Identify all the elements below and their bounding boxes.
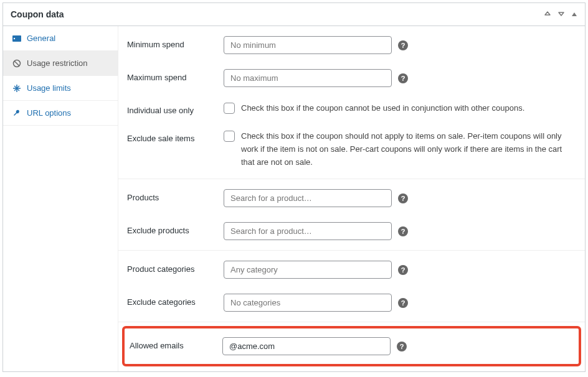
sidebar-item-usage-limits[interactable]: Usage limits bbox=[3, 76, 118, 101]
product-categories-label: Product categories bbox=[127, 261, 224, 274]
exclude-categories-label: Exclude categories bbox=[127, 294, 224, 307]
svg-point-1 bbox=[14, 37, 15, 39]
sidebar-item-url-options[interactable]: URL options bbox=[3, 101, 118, 126]
products-input[interactable] bbox=[224, 189, 392, 207]
coupon-data-panel: Coupon data General bbox=[2, 2, 586, 372]
allowed-emails-highlight: Allowed emails ? bbox=[122, 326, 581, 366]
field-row-exclude-categories: Exclude categories ? bbox=[118, 286, 585, 319]
max-spend-input[interactable] bbox=[224, 69, 392, 87]
individual-use-desc: Check this box if the coupon cannot be u… bbox=[241, 102, 524, 115]
move-up-icon[interactable] bbox=[544, 10, 551, 19]
field-row-products: Products ? bbox=[118, 182, 585, 215]
help-icon[interactable]: ? bbox=[398, 40, 408, 50]
product-categories-input[interactable] bbox=[224, 261, 392, 279]
individual-use-checkbox[interactable] bbox=[224, 103, 235, 114]
sidebar-item-label: URL options bbox=[27, 108, 71, 118]
exclude-sale-checkbox[interactable] bbox=[224, 131, 235, 142]
panel-header: Coupon data bbox=[3, 3, 585, 26]
limits-icon bbox=[12, 84, 22, 93]
exclude-sale-desc: Check this box if the coupon should not … bbox=[241, 130, 576, 169]
panel-body: General Usage restriction Usage limits U… bbox=[3, 26, 585, 371]
exclude-categories-input[interactable] bbox=[224, 294, 392, 312]
section-products: Products ? Exclude products ? bbox=[118, 179, 585, 251]
field-row-individual-use: Individual use only Check this box if th… bbox=[118, 95, 585, 123]
ticket-icon bbox=[12, 35, 22, 42]
allowed-emails-input[interactable] bbox=[222, 337, 391, 355]
exclude-products-input[interactable] bbox=[224, 222, 392, 240]
panel-title: Coupon data bbox=[11, 9, 64, 19]
sidebar-item-label: Usage limits bbox=[27, 83, 71, 93]
ban-icon bbox=[12, 59, 22, 68]
help-icon[interactable]: ? bbox=[398, 193, 408, 203]
field-row-min-spend: Minimum spend ? bbox=[118, 29, 585, 62]
sidebar-item-label: Usage restriction bbox=[27, 58, 88, 68]
field-row-exclude-sale: Exclude sale items Check this box if the… bbox=[118, 123, 585, 176]
wrench-icon bbox=[12, 109, 22, 118]
section-categories: Product categories ? Exclude categories … bbox=[118, 251, 585, 322]
individual-use-label: Individual use only bbox=[127, 102, 224, 115]
allowed-emails-label: Allowed emails bbox=[130, 337, 222, 350]
help-icon[interactable]: ? bbox=[398, 73, 408, 83]
max-spend-label: Maximum spend bbox=[127, 69, 224, 82]
help-icon[interactable]: ? bbox=[398, 265, 408, 275]
sidebar-item-usage-restriction[interactable]: Usage restriction bbox=[3, 51, 118, 76]
min-spend-input[interactable] bbox=[224, 36, 392, 54]
sidebar-item-label: General bbox=[27, 34, 55, 43]
collapse-icon[interactable] bbox=[571, 10, 577, 19]
move-down-icon[interactable] bbox=[557, 10, 565, 19]
help-icon[interactable]: ? bbox=[397, 342, 407, 351]
panel-controls bbox=[544, 10, 577, 19]
min-spend-label: Minimum spend bbox=[127, 36, 224, 49]
field-row-product-categories: Product categories ? bbox=[118, 253, 585, 286]
help-icon[interactable]: ? bbox=[398, 226, 408, 236]
field-row-allowed-emails: Allowed emails ? bbox=[125, 328, 579, 364]
section-spend: Minimum spend ? Maximum spend ? Individu… bbox=[118, 26, 585, 179]
svg-line-3 bbox=[14, 61, 19, 66]
exclude-sale-label: Exclude sale items bbox=[127, 130, 224, 143]
sidebar: General Usage restriction Usage limits U… bbox=[3, 26, 118, 371]
products-label: Products bbox=[127, 189, 224, 202]
help-icon[interactable]: ? bbox=[398, 298, 408, 308]
sidebar-item-general[interactable]: General bbox=[3, 26, 118, 51]
field-row-max-spend: Maximum spend ? bbox=[118, 62, 585, 95]
exclude-products-label: Exclude products bbox=[127, 222, 224, 235]
content-area: Minimum spend ? Maximum spend ? Individu… bbox=[118, 26, 585, 371]
field-row-exclude-products: Exclude products ? bbox=[118, 215, 585, 248]
